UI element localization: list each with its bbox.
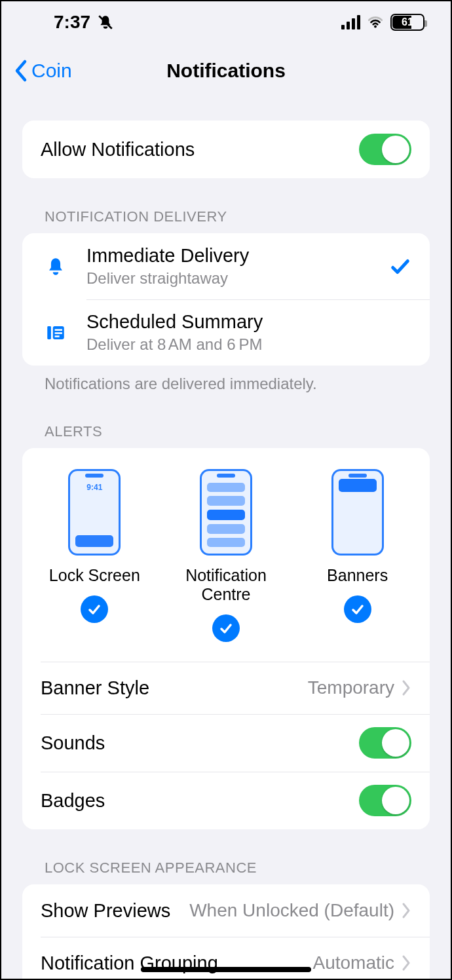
delivery-scheduled-sub: Deliver at 8 AM and 6 PM [86,335,411,354]
cellular-icon [341,15,360,29]
show-previews-row[interactable]: Show Previews When Unlocked (Default) [22,884,430,937]
back-label: Coin [31,60,72,82]
svg-rect-4 [55,329,62,331]
delivery-footer: Notifications are delivered immediately. [22,366,430,393]
alert-lockscreen[interactable]: 9:41 Lock Screen [32,469,157,623]
home-indicator[interactable] [141,967,311,972]
notification-grouping-value: Automatic [313,952,395,973]
badges-label: Badges [41,790,359,812]
sounds-row[interactable]: Sounds [22,714,430,772]
banners-preview-icon [331,469,384,556]
show-previews-label: Show Previews [41,900,189,922]
battery-icon: 61 [390,14,424,31]
lockscreen-preview-icon: 9:41 [68,469,121,556]
page-title: Notifications [166,60,286,82]
show-previews-value: When Unlocked (Default) [189,900,394,921]
alert-centre-label: Notification Centre [164,566,288,604]
checkmark-icon [389,255,411,278]
notification-grouping-row[interactable]: Notification Grouping Automatic [22,937,430,980]
status-bar: 7:37 61 [1,1,451,43]
centre-preview-icon [200,469,252,556]
banner-style-value: Temporary [308,677,394,698]
allow-notifications-label: Allow Notifications [41,139,359,160]
alerts-header: ALERTS [22,393,430,448]
clock: 7:37 [54,12,90,33]
svg-rect-2 [47,326,51,339]
back-button[interactable]: Coin [13,47,72,94]
wifi-icon [367,14,384,31]
banner-style-label: Banner Style [41,677,308,699]
alert-notification-centre[interactable]: Notification Centre [164,469,288,642]
summary-icon [37,322,75,344]
delivery-immediate-sub: Deliver straightaway [86,269,389,288]
chevron-left-icon [13,59,29,83]
banner-style-row[interactable]: Banner Style Temporary [22,662,430,714]
sounds-toggle[interactable] [359,727,411,759]
chevron-right-icon [401,954,411,971]
lockscreen-header: LOCK SCREEN APPEARANCE [22,829,430,884]
delivery-scheduled[interactable]: Scheduled Summary Deliver at 8 AM and 6 … [22,299,430,366]
delivery-immediate-title: Immediate Delivery [86,245,389,267]
chevron-right-icon [401,679,411,696]
alert-centre-check[interactable] [212,614,240,642]
delivery-scheduled-title: Scheduled Summary [86,311,411,333]
alert-banners-check[interactable] [344,595,371,623]
allow-notifications-row[interactable]: Allow Notifications [22,121,430,178]
alerts-previews: 9:41 Lock Screen Notification Centre [22,448,430,662]
chevron-right-icon [401,902,411,919]
silent-icon [97,14,114,31]
svg-rect-5 [55,332,62,334]
delivery-immediate[interactable]: Immediate Delivery Deliver straightaway [22,233,430,299]
alert-banners-label: Banners [327,566,388,585]
alert-banners[interactable]: Banners [295,469,420,623]
bell-icon [37,255,75,278]
nav-bar: Coin Notifications [1,47,451,94]
svg-rect-6 [55,335,60,337]
badges-row[interactable]: Badges [22,772,430,829]
allow-notifications-toggle[interactable] [359,134,411,165]
alert-lockscreen-check[interactable] [81,595,108,623]
svg-point-1 [374,26,377,28]
delivery-header: NOTIFICATION DELIVERY [22,178,430,233]
sounds-label: Sounds [41,732,359,754]
badges-toggle[interactable] [359,785,411,816]
alert-lockscreen-label: Lock Screen [49,566,140,585]
